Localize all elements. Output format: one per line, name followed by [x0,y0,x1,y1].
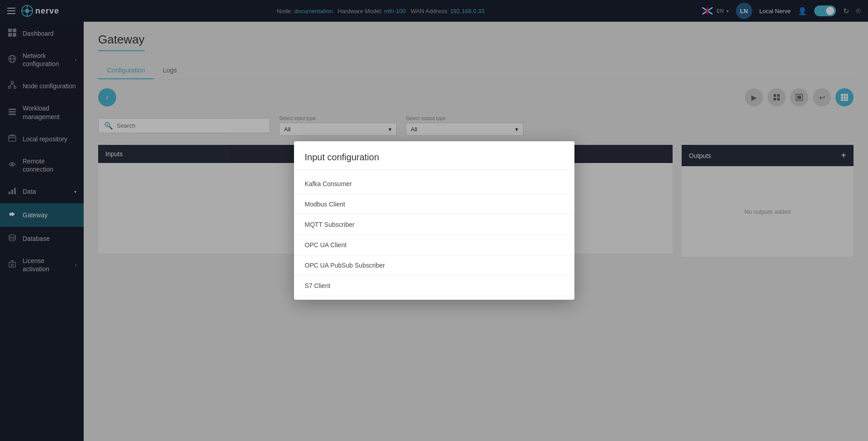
input-configuration-modal: Input configuration Kafka Consumer Modbu… [294,141,574,300]
modal-title: Input configuration [294,141,574,170]
list-item-mqtt-subscriber[interactable]: MQTT Subscriber [294,215,574,235]
list-item-kafka-consumer[interactable]: Kafka Consumer [294,174,574,194]
modal-overlay[interactable]: Input configuration Kafka Consumer Modbu… [0,0,868,441]
list-item-opc-ua-client[interactable]: OPC UA Client [294,235,574,255]
list-item-s7-client[interactable]: S7 Client [294,276,574,296]
list-item-opc-ua-pubsub[interactable]: OPC UA PubSub Subscriber [294,255,574,276]
modal-list: Kafka Consumer Modbus Client MQTT Subscr… [294,170,574,300]
list-item-modbus-client[interactable]: Modbus Client [294,194,574,215]
